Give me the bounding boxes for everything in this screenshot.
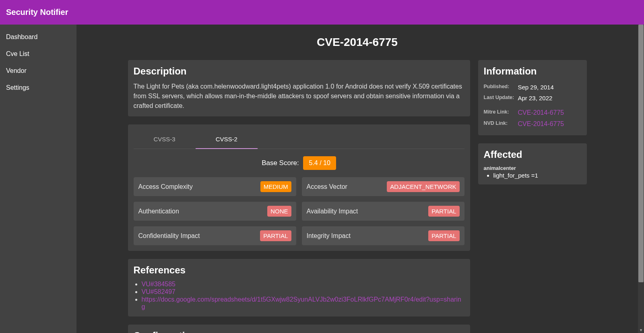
metric-badge: PARTIAL bbox=[428, 230, 459, 241]
scrollbar[interactable]: ▲ ▼ bbox=[638, 25, 644, 333]
cvss-card: CVSS-3 CVSS-2 Base Score: 5.4 / 10 Acces… bbox=[128, 124, 470, 251]
page-title: CVE-2014-6775 bbox=[85, 36, 630, 49]
scroll-thumb[interactable] bbox=[638, 25, 644, 282]
tab-cvss3[interactable]: CVSS-3 bbox=[134, 130, 196, 149]
configurations-heading: Configurations bbox=[134, 330, 464, 333]
cvss-tabs: CVSS-3 CVSS-2 bbox=[134, 130, 464, 149]
nvd-label: NVD Link: bbox=[484, 118, 518, 130]
topbar: Security Notifier bbox=[0, 0, 644, 25]
published-value: Sep 29, 2014 bbox=[518, 82, 581, 93]
reference-link[interactable]: VU#582497 bbox=[142, 288, 176, 295]
sidebar-item-settings[interactable]: Settings bbox=[0, 79, 76, 96]
metric-confidentiality-impact: Confidentiality Impact PARTIAL bbox=[134, 226, 296, 245]
sidebar-item-vendor[interactable]: Vendor bbox=[0, 62, 76, 79]
sidebar-item-dashboard[interactable]: Dashboard bbox=[0, 29, 76, 46]
main-content: CVE-2014-6775 Description The Light for … bbox=[76, 25, 638, 333]
metric-badge: ADJACENT_NETWORK bbox=[387, 181, 459, 192]
updated-label: Last Update: bbox=[484, 93, 518, 103]
metric-integrity-impact: Integrity Impact PARTIAL bbox=[302, 226, 464, 245]
metric-authentication: Authentication NONE bbox=[134, 202, 296, 221]
description-text: The Light for Pets (aka com.helenwoodwar… bbox=[134, 82, 464, 111]
metric-badge: NONE bbox=[267, 206, 291, 217]
description-card: Description The Light for Pets (aka com.… bbox=[128, 60, 470, 116]
affected-heading: Affected bbox=[484, 149, 581, 160]
reference-link[interactable]: VU#384585 bbox=[142, 281, 176, 287]
reference-item: VU#384585 bbox=[142, 281, 464, 288]
information-table: Published: Sep 29, 2014 Last Update: Apr… bbox=[484, 82, 581, 130]
metrics-grid: Access Complexity MEDIUM Access Vector A… bbox=[134, 177, 464, 245]
scroll-down-icon[interactable]: ▼ bbox=[638, 327, 644, 333]
base-score-label: Base Score: bbox=[262, 159, 299, 167]
references-list: VU#384585 VU#582497 https://docs.google.… bbox=[134, 281, 464, 310]
sidebar: Dashboard Cve List Vendor Settings bbox=[0, 25, 76, 333]
updated-value: Apr 23, 2022 bbox=[518, 93, 581, 103]
tab-cvss2[interactable]: CVSS-2 bbox=[196, 130, 258, 149]
metric-badge: MEDIUM bbox=[260, 181, 291, 192]
app-title: Security Notifier bbox=[6, 8, 68, 17]
metric-label: Integrity Impact bbox=[307, 232, 351, 240]
information-heading: Information bbox=[484, 66, 581, 77]
reference-item: https://docs.google.com/spreadsheets/d/1… bbox=[142, 296, 464, 310]
description-heading: Description bbox=[134, 66, 464, 77]
metric-label: Access Vector bbox=[307, 183, 347, 190]
nvd-link[interactable]: CVE-2014-6775 bbox=[518, 120, 564, 127]
published-label: Published: bbox=[484, 82, 518, 93]
base-score-row: Base Score: 5.4 / 10 bbox=[134, 156, 464, 170]
references-card: References VU#384585 VU#582497 https://d… bbox=[128, 259, 470, 316]
mitre-label: Mitre Link: bbox=[484, 103, 518, 118]
reference-link[interactable]: https://docs.google.com/spreadsheets/d/1… bbox=[142, 296, 461, 310]
sidebar-item-cve-list[interactable]: Cve List bbox=[0, 46, 76, 62]
mitre-link[interactable]: CVE-2014-6775 bbox=[518, 109, 564, 116]
affected-product: light_for_pets =1 bbox=[493, 172, 581, 179]
metric-badge: PARTIAL bbox=[428, 206, 459, 217]
references-heading: References bbox=[134, 265, 464, 276]
information-card: Information Published: Sep 29, 2014 Last… bbox=[478, 60, 587, 135]
affected-products-list: light_for_pets =1 bbox=[484, 172, 581, 179]
metric-access-vector: Access Vector ADJACENT_NETWORK bbox=[302, 177, 464, 196]
metric-access-complexity: Access Complexity MEDIUM bbox=[134, 177, 296, 196]
configurations-card: Configurations bbox=[128, 325, 470, 333]
metric-label: Confidentiality Impact bbox=[138, 232, 200, 240]
base-score-badge: 5.4 / 10 bbox=[303, 156, 336, 170]
metric-label: Authentication bbox=[138, 208, 179, 215]
metric-label: Access Complexity bbox=[138, 183, 193, 190]
metric-label: Availability Impact bbox=[307, 208, 358, 215]
reference-item: VU#582497 bbox=[142, 288, 464, 296]
affected-card: Affected animalcenter light_for_pets =1 bbox=[478, 143, 587, 184]
metric-availability-impact: Availability Impact PARTIAL bbox=[302, 202, 464, 221]
metric-badge: PARTIAL bbox=[260, 230, 291, 241]
affected-vendor: animalcenter bbox=[484, 165, 581, 171]
